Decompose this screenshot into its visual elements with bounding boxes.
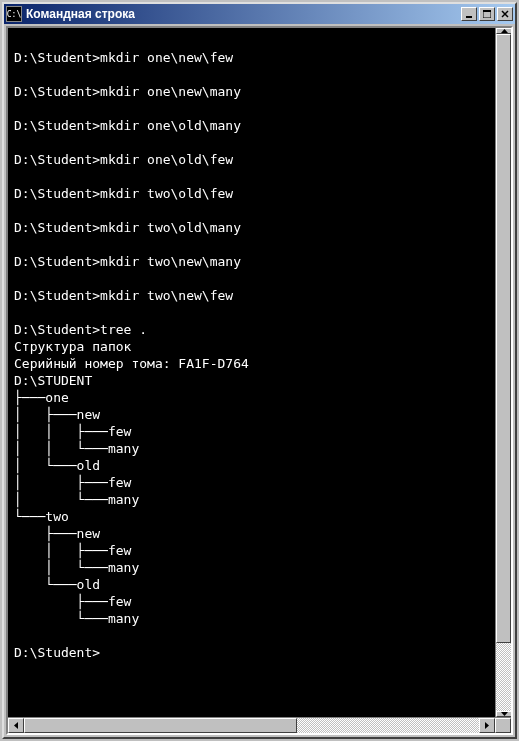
chevron-right-icon (485, 722, 489, 729)
system-menu-icon[interactable]: C:\ (6, 6, 22, 22)
client-area: D:\Student>mkdir one\new\few D:\Student>… (6, 26, 513, 735)
minimize-button[interactable] (461, 7, 477, 21)
scrollbar-corner (495, 718, 511, 733)
svg-marker-5 (501, 29, 508, 33)
chevron-left-icon (14, 722, 18, 729)
svg-rect-0 (466, 16, 472, 18)
close-button[interactable] (497, 7, 513, 21)
maximize-button[interactable] (479, 7, 495, 21)
horizontal-scrollbar[interactable] (8, 717, 511, 733)
scroll-right-button[interactable] (479, 718, 495, 733)
minimize-icon (465, 10, 473, 18)
vertical-scroll-thumb[interactable] (496, 34, 511, 643)
vertical-scrollbar[interactable] (495, 28, 511, 717)
svg-marker-7 (14, 722, 18, 729)
scroll-left-button[interactable] (8, 718, 24, 733)
window-controls (459, 7, 513, 21)
window-title: Командная строка (26, 7, 459, 21)
chevron-down-icon (501, 712, 508, 716)
vertical-scroll-track[interactable] (496, 34, 511, 711)
svg-rect-2 (483, 10, 491, 12)
horizontal-scroll-track[interactable] (24, 718, 479, 733)
chevron-up-icon (501, 29, 508, 33)
titlebar[interactable]: C:\ Командная строка (4, 4, 515, 24)
close-icon (501, 10, 509, 18)
svg-marker-8 (485, 722, 489, 729)
command-prompt-window: C:\ Командная строка D:\Student>mkdir on… (2, 2, 517, 739)
maximize-icon (483, 10, 491, 18)
horizontal-scroll-thumb[interactable] (24, 718, 297, 733)
svg-marker-6 (501, 712, 508, 716)
terminal-output[interactable]: D:\Student>mkdir one\new\few D:\Student>… (8, 28, 495, 717)
